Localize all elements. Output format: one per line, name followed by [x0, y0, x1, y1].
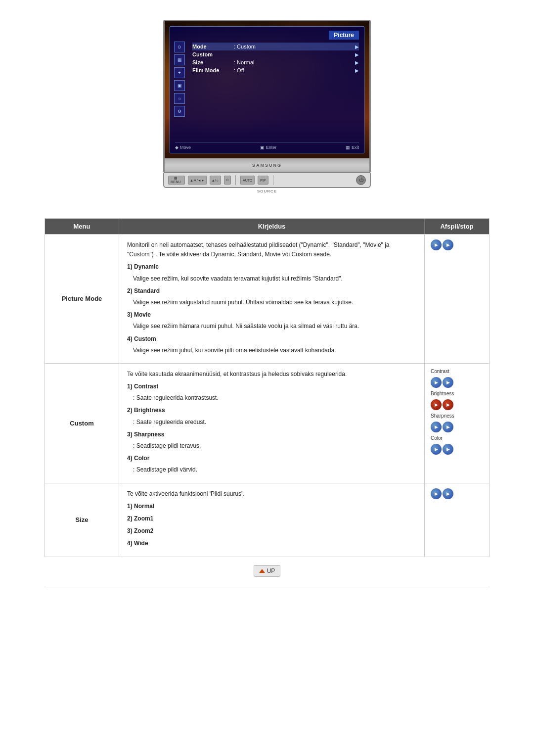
desc-cell-picture: Monitoril on neli automaatset, tehases e… [119, 235, 425, 363]
brand-label: SAMSUNG [252, 163, 282, 168]
move-icon: ◆ [175, 145, 178, 150]
desc-cell-size: Te võite aktiveerida funktsiooni 'Pildi … [119, 483, 425, 557]
osd-icon-extra2: ⚙ [174, 106, 185, 117]
sharpness-label: Sharpness [431, 413, 454, 419]
monitor-controls: ▦MENU ▲▼/◄► ▲/☼ ⊙ AUTO PIP ⏻ [163, 173, 371, 188]
size-btn-2[interactable]: ▶ [443, 488, 453, 499]
color-label: Color [431, 435, 443, 441]
brightness-btn-2[interactable]: ▶ [443, 399, 453, 410]
osd-move-label: Move [180, 145, 191, 150]
osd-menu-items: Mode : Custom ▶ Custom ▶ Size : Normal ▶ [192, 43, 359, 74]
screen-image: Picture ⊙ ▦ ✦ ▣ [165, 21, 369, 158]
osd-enter-label: Enter [266, 145, 277, 150]
ctrl-divider [235, 175, 236, 185]
size-btn-1[interactable]: ▶ [431, 488, 442, 499]
th-menu: Menu [45, 219, 119, 234]
play-btn-2[interactable]: ▶ [443, 239, 453, 250]
osd-overlay: Picture ⊙ ▦ ✦ ▣ [170, 26, 364, 153]
osd-icon-extra1: ☼ [174, 93, 185, 104]
sharpness-btn-2[interactable]: ▶ [443, 422, 453, 432]
color-btn-2[interactable]: ▶ [443, 444, 453, 455]
ctrl-nav-btn[interactable]: ▲▼/◄► [188, 176, 207, 185]
up-arrow-icon [259, 569, 265, 573]
desc-cell-custom: Te võite kasutada ekraanimenüüsid, et ko… [119, 364, 425, 483]
brightness-btn-1[interactable]: ▶ [431, 399, 442, 410]
footer-divider [44, 587, 490, 587]
table-row-custom: Custom Te võite kasutada ekraanimenüüsid… [45, 363, 489, 483]
main-table: Menu Kirjeldus Afspil/stop Picture Mode … [44, 218, 490, 557]
th-desc: Kirjeldus [119, 219, 425, 234]
monitor-screen: Picture ⊙ ▦ ✦ ▣ [163, 20, 371, 158]
monitor-wrapper: Picture ⊙ ▦ ✦ ▣ [163, 20, 371, 193]
monitor-body: SAMSUNG [163, 158, 371, 173]
play-btn-1[interactable]: ▶ [431, 239, 442, 250]
osd-row-custom: Custom ▶ [192, 50, 359, 58]
enter-icon: ▣ [260, 145, 265, 150]
icon-cell-picture: ▶ ▶ [425, 235, 489, 363]
color-btn-1[interactable]: ▶ [431, 444, 442, 455]
contrast-btn-1[interactable]: ▶ [431, 377, 442, 388]
contrast-btn-pair: ▶ ▶ [431, 377, 453, 388]
source-label: SOURCE [163, 189, 371, 193]
osd-icons-col: ⊙ ▦ ✦ ▣ ☼ [174, 42, 185, 117]
up-label: UP [267, 567, 275, 574]
brightness-label: Brightness [431, 391, 454, 396]
sharpness-btn-1[interactable]: ▶ [431, 422, 442, 432]
menu-cell-size: Size [45, 483, 119, 557]
osd-icon-mode: ⊙ [174, 42, 185, 52]
table-header: Menu Kirjeldus Afspil/stop [45, 219, 489, 234]
osd-row-size: Size : Normal ▶ [192, 58, 359, 66]
contrast-label: Contrast [431, 369, 449, 374]
play-btn-pair-picture: ▶ ▶ [431, 239, 453, 250]
ctrl-divider2 [273, 175, 273, 185]
exit-icon: ▦ [346, 145, 350, 150]
sharpness-btn-pair: ▶ ▶ [431, 422, 453, 432]
osd-row-mode: Mode : Custom ▶ [192, 43, 359, 50]
osd-title: Picture [329, 31, 359, 40]
osd-row-film: Film Mode : Off ▶ [192, 66, 359, 74]
th-icon: Afspil/stop [425, 219, 489, 234]
ctrl-circle-btn[interactable]: ⊙ [224, 176, 231, 185]
osd-icon-film: ▣ [174, 80, 185, 91]
menu-cell-custom: Custom [45, 364, 119, 483]
bottom-nav: UP [0, 557, 534, 582]
monitor-section: Picture ⊙ ▦ ✦ ▣ [0, 0, 534, 208]
ctrl-power-btn[interactable]: ⏻ [356, 175, 366, 185]
nav-up-button[interactable]: UP [254, 565, 281, 577]
ctrl-menu-btn[interactable]: ▦MENU [168, 176, 185, 185]
osd-title-bar: Picture [175, 31, 359, 40]
color-btn-pair: ▶ ▶ [431, 444, 453, 455]
icon-cell-custom: Contrast ▶ ▶ Brightness ▶ ▶ Sharpness ▶ … [425, 364, 489, 483]
icon-cell-size: ▶ ▶ [425, 483, 489, 557]
table-row-picture-mode: Picture Mode Monitoril on neli automaats… [45, 234, 489, 363]
menu-cell-picture: Picture Mode [45, 235, 119, 363]
brightness-btn-pair: ▶ ▶ [431, 399, 453, 410]
osd-bottom-bar: ◆ Move ▣ Enter ▦ Exit [175, 142, 359, 150]
osd-icon-custom: ▦ [174, 54, 185, 65]
ctrl-bright-btn[interactable]: ▲/☼ [210, 176, 221, 185]
table-row-size: Size Te võite aktiveerida funktsiooni 'P… [45, 483, 489, 557]
size-btn-pair: ▶ ▶ [431, 488, 453, 499]
ctrl-auto-btn[interactable]: AUTO [240, 176, 255, 185]
osd-exit-label: Exit [352, 145, 359, 150]
contrast-btn-2[interactable]: ▶ [443, 377, 453, 388]
ctrl-pip-btn[interactable]: PIP [258, 176, 268, 185]
osd-icon-size: ✦ [174, 67, 185, 78]
